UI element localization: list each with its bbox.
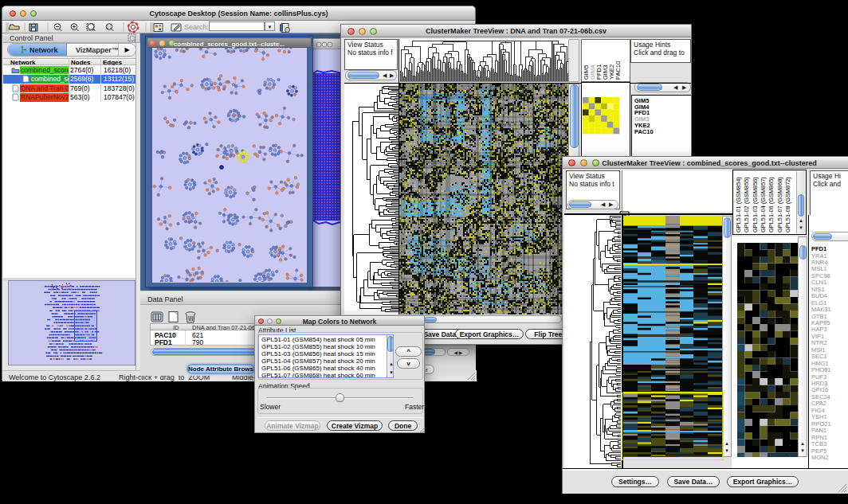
svg-text:GPL51-04 (GSM857): GPL51-04 (GSM857) xyxy=(760,177,767,232)
svg-text:Search:: Search: xyxy=(184,23,209,31)
svg-text:GPL51-07 (GSM868): GPL51-07 (GSM868) xyxy=(776,177,783,232)
svg-text:GPL51-03 (GSM856): GPL51-03 (GSM856) xyxy=(752,177,759,232)
svg-text:GPL51-02 (GSM855): GPL51-02 (GSM855) xyxy=(743,177,750,232)
svg-text:PAC10: PAC10 xyxy=(614,61,622,80)
svg-text:GPL51-08 (GSM872): GPL51-08 (GSM872) xyxy=(784,177,791,232)
svg-text:GPL51-06 (GSM865): GPL51-06 (GSM865) xyxy=(768,177,775,232)
svg-text:1:1: 1:1 xyxy=(107,25,112,29)
svg-text:GPL51-01 (GSM854): GPL51-01 (GSM854) xyxy=(735,177,742,232)
